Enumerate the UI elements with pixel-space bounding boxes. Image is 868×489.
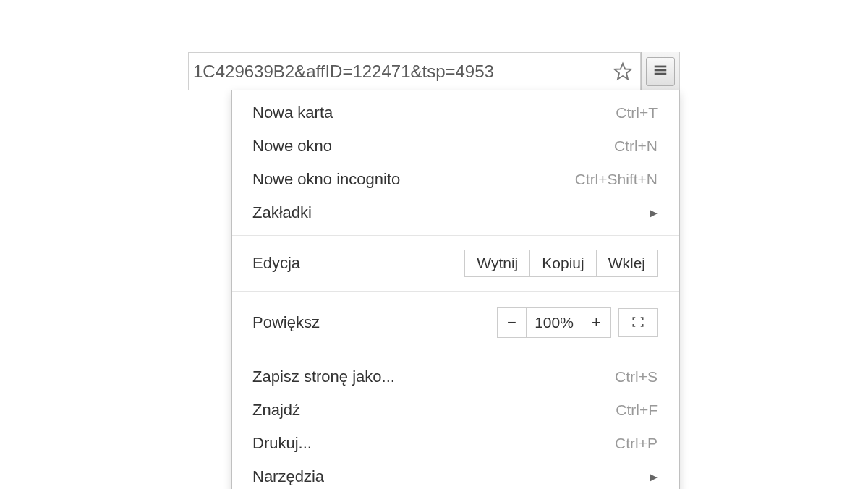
menu-item-bookmarks[interactable]: Zakładki ▶: [232, 196, 679, 229]
menu-shortcut: Ctrl+S: [615, 368, 658, 386]
menu-section-windows: Nowa karta Ctrl+T Nowe okno Ctrl+N Nowe …: [232, 90, 679, 236]
url-bar[interactable]: 1C429639B2&affID=122471&tsp=4953: [189, 53, 641, 90]
menu-shortcut: Ctrl+F: [616, 401, 658, 419]
menu-item-save-page[interactable]: Zapisz stronę jako... Ctrl+S: [232, 360, 679, 394]
zoom-out-button[interactable]: −: [498, 308, 527, 337]
svg-marker-0: [615, 63, 631, 78]
menu-label: Nowe okno incognito: [252, 170, 400, 189]
menu-label: Zakładki: [252, 203, 312, 222]
svg-rect-3: [655, 72, 667, 75]
paste-button[interactable]: Wklej: [597, 250, 658, 277]
zoom-in-button[interactable]: +: [582, 308, 610, 337]
chevron-right-icon: ▶: [650, 471, 658, 482]
menu-item-tools[interactable]: Narzędzia ▶: [232, 460, 679, 489]
url-text: 1C429639B2&affID=122471&tsp=4953: [193, 61, 608, 82]
menu-label: Powiększ: [252, 313, 320, 332]
chevron-right-icon: ▶: [650, 207, 658, 218]
menu-label: Znajdź: [252, 401, 300, 420]
menu-shortcut: Ctrl+Shift+N: [575, 171, 658, 188]
browser-window: 1C429639B2&affID=122471&tsp=4953: [188, 52, 680, 90]
copy-button[interactable]: Kopiuj: [530, 250, 596, 277]
menu-shortcut: Ctrl+N: [614, 137, 658, 155]
hamburger-icon: [652, 62, 668, 81]
menu-item-find[interactable]: Znajdź Ctrl+F: [232, 394, 679, 427]
zoom-stepper: − 100% +: [497, 307, 611, 338]
menu-item-new-incognito[interactable]: Nowe okno incognito Ctrl+Shift+N: [232, 163, 679, 196]
menu-label: Drukuj...: [252, 434, 312, 453]
main-menu-button[interactable]: [641, 52, 679, 90]
menu-section-zoom: Powiększ − 100% +: [232, 292, 679, 354]
svg-rect-2: [655, 69, 667, 71]
fullscreen-button[interactable]: [618, 308, 658, 337]
menu-item-new-window[interactable]: Nowe okno Ctrl+N: [232, 129, 679, 163]
menu-label: Edycja: [252, 254, 300, 273]
fullscreen-icon: [630, 315, 646, 331]
zoom-value: 100%: [527, 308, 582, 337]
menu-item-print[interactable]: Drukuj... Ctrl+P: [232, 427, 679, 460]
menu-label: Nowa karta: [252, 103, 333, 122]
menu-label: Nowe okno: [252, 137, 332, 156]
menu-item-new-tab[interactable]: Nowa karta Ctrl+T: [232, 96, 679, 129]
bookmark-star-icon[interactable]: [613, 61, 633, 82]
edit-button-group: Wytnij Kopiuj Wklej: [464, 250, 658, 277]
zoom-controls: − 100% +: [497, 307, 658, 338]
cut-button[interactable]: Wytnij: [464, 250, 530, 277]
menu-section-edit: Edycja Wytnij Kopiuj Wklej: [232, 236, 679, 292]
menu-section-page: Zapisz stronę jako... Ctrl+S Znajdź Ctrl…: [232, 354, 679, 489]
menu-item-edit: Edycja Wytnij Kopiuj Wklej: [232, 242, 679, 285]
menu-shortcut: Ctrl+T: [616, 104, 658, 122]
menu-label: Narzędzia: [252, 467, 324, 486]
svg-rect-1: [655, 65, 667, 67]
menu-item-zoom: Powiększ − 100% +: [232, 297, 679, 348]
browser-toolbar: 1C429639B2&affID=122471&tsp=4953: [188, 52, 680, 90]
main-menu-dropdown: Nowa karta Ctrl+T Nowe okno Ctrl+N Nowe …: [231, 90, 680, 489]
menu-shortcut: Ctrl+P: [615, 435, 658, 452]
menu-label: Zapisz stronę jako...: [252, 367, 395, 386]
